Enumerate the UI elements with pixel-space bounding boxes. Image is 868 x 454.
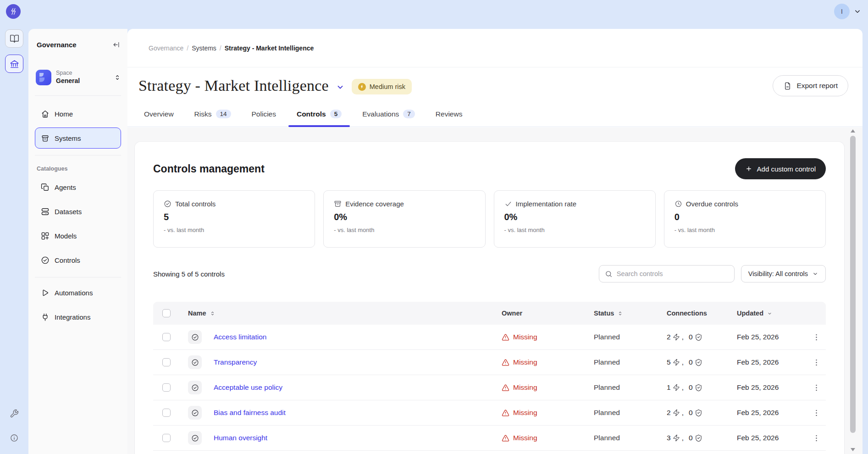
sidebar-collapse-icon[interactable] [112,41,120,49]
rail-info-button[interactable] [10,433,19,444]
owner-missing-label: Missing [513,358,537,366]
sidebar-item-label: Systems [55,134,81,142]
control-name-link[interactable]: Bias and fairness audit [210,409,502,417]
zap-count: 3 [667,434,671,442]
stat-value: 0% [504,212,645,222]
control-name-link[interactable]: Acceptable use policy [210,383,502,392]
tab-evaluations[interactable]: Evaluations7 [362,110,415,127]
plus-icon [745,165,752,172]
add-custom-control-button[interactable]: Add custom control [735,158,826,179]
rail-tools-button[interactable] [10,409,19,420]
comma: , [682,333,684,341]
sidebar-item-integrations[interactable]: Integrations [35,306,121,327]
tab-overview[interactable]: Overview [144,110,174,127]
systems-icon [41,134,50,143]
scrollbar-thumb[interactable] [850,136,856,433]
space-icon [36,70,51,85]
row-actions-kebab-icon[interactable] [809,355,823,369]
caret-sort-icon [209,310,216,317]
status-cell: Planned [594,409,667,417]
status-cell: Planned [594,333,667,341]
column-header-name[interactable]: Name [175,310,502,317]
space-switcher[interactable]: Space General [36,70,121,85]
check-icon [504,200,512,208]
add-custom-control-label: Add custom control [757,165,816,173]
export-report-label: Export report [796,82,838,90]
space-name: General [56,77,109,85]
title-chevron-down-icon[interactable] [336,83,345,92]
column-header-updated[interactable]: Updated [737,310,809,317]
account-menu-chevron-down-icon[interactable] [853,7,862,16]
tab-count-badge: 14 [216,110,231,118]
column-header-owner: Owner [502,310,594,317]
control-name-link[interactable]: Transparency [210,358,502,366]
control-name-link[interactable]: Access limitation [210,333,502,341]
sidebar-item-automations[interactable]: Automations [35,282,121,303]
breadcrumb-link[interactable]: Governance [149,44,183,52]
tab-risks[interactable]: Risks14 [194,110,231,127]
vertical-scrollbar [850,129,856,451]
sidebar-item-label: Models [55,232,77,240]
alert-triangle-icon [502,434,509,442]
app-logo[interactable] [6,4,21,19]
tab-reviews[interactable]: Reviews [436,110,463,127]
breadcrumb-link[interactable]: Systems [192,44,216,52]
search-controls-input[interactable] [617,270,729,277]
tab-label: Policies [252,110,276,118]
shield-check-icon [695,409,702,417]
updated-cell: Feb 25, 2026 [737,383,809,392]
export-report-button[interactable]: Export report [773,75,848,96]
row-checkbox[interactable] [162,383,171,392]
scrollbar-down-arrow[interactable] [851,448,855,451]
select-all-checkbox[interactable] [162,309,171,317]
zap-icon [673,434,680,442]
rail-library-button[interactable] [5,29,23,48]
avatar[interactable]: I [834,4,850,19]
caret-sort-icon [617,310,624,317]
stat-card: Implementation rate0%- vs. last month [494,190,656,248]
row-actions-kebab-icon[interactable] [809,431,823,445]
row-checkbox[interactable] [162,409,171,417]
row-actions-kebab-icon[interactable] [809,330,823,344]
row-actions-kebab-icon[interactable] [809,406,823,420]
connections-cell: 1,0 [667,383,737,392]
play-icon [41,288,50,297]
row-checkbox[interactable] [162,333,171,341]
rail-governance-button[interactable] [5,55,23,73]
book-icon [10,34,19,44]
sidebar-item-controls[interactable]: Controls [35,249,121,271]
owner-missing-label: Missing [513,409,537,417]
table-row: TransparencyMissingPlanned5,0Feb 25, 202… [153,350,826,375]
sidebar-item-datasets[interactable]: Datasets [35,201,121,222]
tab-label: Controls [297,110,326,118]
row-actions-kebab-icon[interactable] [809,381,823,394]
shield-check-icon [695,434,702,442]
tab-label: Evaluations [362,110,399,118]
controls-table: NameOwnerStatusConnectionsUpdated Access… [153,302,826,451]
plug-icon [41,313,50,321]
scrollbar-up-arrow[interactable] [851,129,855,133]
models-icon [41,232,50,240]
tab-controls[interactable]: Controls5 [297,110,342,127]
check-circle-icon [191,434,199,442]
sidebar-item-models[interactable]: Models [35,225,121,246]
status-cell: Planned [594,383,667,392]
row-checkbox[interactable] [162,434,171,442]
tab-label: Risks [194,110,212,118]
tab-bar: OverviewRisks14PoliciesControls5Evaluati… [127,96,862,127]
column-header-status[interactable]: Status [594,310,667,317]
main-pane: Governance/Systems/Strategy - Market Int… [127,29,862,454]
sidebar-item-systems[interactable]: Systems [35,127,121,149]
sidebar-item-agents[interactable]: Agents [35,177,121,198]
zap-count: 2 [667,333,671,341]
table-row: Acceptable use policyMissingPlanned1,0Fe… [153,375,826,400]
sidebar-item-label: Datasets [55,208,82,216]
tab-policies[interactable]: Policies [252,110,276,127]
sidebar-item-home[interactable]: Home [35,103,121,124]
catalogues-section-label: Catalogues [28,155,127,172]
row-checkbox[interactable] [162,358,171,366]
icon-rail [0,23,28,454]
control-name-link[interactable]: Human oversight [210,434,502,442]
visibility-filter-button[interactable]: Visibility: All controls [741,265,826,282]
stat-label: Total controls [175,200,216,208]
